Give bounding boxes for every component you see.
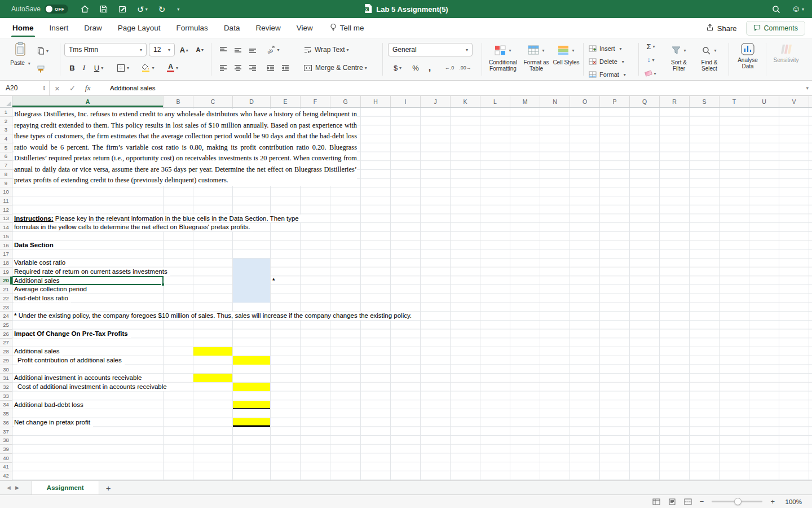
row-header-4[interactable]: 4 <box>0 134 12 143</box>
zoom-in-button[interactable]: + <box>770 497 775 506</box>
formula-cell-yellow-D32[interactable] <box>233 383 270 391</box>
formula-cell-yellow-C28[interactable] <box>193 347 232 356</box>
ribbon-tab-draw[interactable]: Draw <box>76 18 110 38</box>
formula-input[interactable]: Additional sales <box>110 85 156 91</box>
redo-icon[interactable]: ↻ <box>158 5 166 14</box>
zoom-slider[interactable] <box>712 501 762 502</box>
row-header-31[interactable]: 31 <box>0 374 12 383</box>
column-header-P[interactable]: P <box>600 96 630 107</box>
row-header-38[interactable]: 38 <box>0 436 12 445</box>
row-header-7[interactable]: 7 <box>0 161 12 170</box>
delete-cells-button[interactable]: × Delete▾ <box>589 56 624 67</box>
row-header-21[interactable]: 21 <box>0 285 12 294</box>
formula-bar-expand-icon[interactable]: ▾ <box>806 85 809 91</box>
format-cells-button[interactable]: Format▾ <box>589 69 626 80</box>
row-header-10[interactable]: 10 <box>0 187 12 196</box>
sensitivity-button[interactable]: Sensitivity <box>769 43 803 63</box>
cell-A13[interactable]: Instructions: Please key in the relevant… <box>14 214 302 223</box>
page-layout-view-icon[interactable] <box>668 498 676 505</box>
zoom-out-button[interactable]: − <box>700 497 704 506</box>
row-header-15[interactable]: 15 <box>0 232 12 241</box>
ribbon-tab-insert[interactable]: Insert <box>42 18 77 38</box>
cell-A36[interactable]: Net change in pretax profit <box>14 418 93 427</box>
tell-me-control[interactable]: Tell me <box>330 23 364 33</box>
merge-centre-button[interactable]: Merge & Centre▾ <box>303 61 367 75</box>
row-header-13[interactable]: 13 <box>0 214 12 224</box>
save-icon[interactable] <box>100 5 108 13</box>
ribbon-tab-view[interactable]: View <box>289 18 321 38</box>
column-header-N[interactable]: N <box>540 96 570 107</box>
shrink-font-button[interactable]: A▼ <box>193 43 208 56</box>
paste-button[interactable]: Paste ▾ <box>7 42 34 67</box>
home-icon[interactable] <box>81 5 89 13</box>
customize-toolbar-chevron-icon[interactable]: ▾ <box>176 7 179 12</box>
analyse-data-button[interactable]: Analyse Data <box>732 43 764 69</box>
column-header-Q[interactable]: Q <box>630 96 660 107</box>
align-top-icon[interactable] <box>217 43 230 56</box>
row-header-11[interactable]: 11 <box>0 196 12 205</box>
select-all-corner[interactable] <box>0 96 12 108</box>
undo-icon[interactable]: ↺▾ <box>137 5 148 14</box>
column-header-O[interactable]: O <box>570 96 600 107</box>
cell-A29[interactable]: Profit contribution of additional sales <box>17 356 125 365</box>
row-header-32[interactable]: 32 <box>0 383 12 392</box>
formula-cell-yellow-C31[interactable] <box>193 374 232 382</box>
align-left-icon[interactable] <box>217 61 230 75</box>
next-sheet-icon[interactable]: ▶ <box>15 485 19 491</box>
row-header-3[interactable]: 3 <box>0 125 12 134</box>
italic-button[interactable]: I <box>79 61 89 75</box>
row-header-37[interactable]: 37 <box>0 427 12 436</box>
column-header-A[interactable]: A <box>12 96 164 107</box>
row-header-5[interactable]: 5 <box>0 143 12 152</box>
ribbon-tab-home[interactable]: Home <box>5 18 42 38</box>
bold-button[interactable]: B <box>67 61 78 75</box>
autosum-button[interactable]: Σ▾ <box>642 41 660 52</box>
row-header-22[interactable]: 22 <box>0 294 12 303</box>
column-header-H[interactable]: H <box>361 96 391 107</box>
column-header-E[interactable]: E <box>271 96 301 107</box>
ribbon-tab-page-layout[interactable]: Page Layout <box>110 18 169 38</box>
column-header-U[interactable]: U <box>749 96 779 107</box>
grow-font-button[interactable]: A▲ <box>177 43 192 56</box>
borders-button[interactable]: ▾ <box>114 61 132 75</box>
insert-cells-button[interactable]: + Insert▾ <box>589 43 622 54</box>
increase-decimal-icon[interactable]: ←.0 <box>442 61 457 75</box>
row-header-33[interactable]: 33 <box>0 392 12 401</box>
clear-button[interactable]: ▾ <box>642 68 660 79</box>
column-header-L[interactable]: L <box>480 96 510 107</box>
row-header-26[interactable]: 26 <box>0 330 12 339</box>
ribbon-tab-data[interactable]: Data <box>216 18 248 38</box>
row-header-28[interactable]: 28 <box>0 347 12 356</box>
decrease-decimal-icon[interactable]: .00→ <box>458 61 473 75</box>
column-header-R[interactable]: R <box>660 96 690 107</box>
zoom-slider-thumb[interactable] <box>734 498 742 505</box>
selected-cell-A20[interactable] <box>12 276 164 286</box>
row-header-18[interactable]: 18 <box>0 259 12 268</box>
name-box-stepper[interactable]: ▲▼ <box>43 85 46 91</box>
cell-A24[interactable]: * Under the existing policy, the company… <box>14 312 414 320</box>
row-header-25[interactable]: 25 <box>0 321 12 330</box>
format-as-table-button[interactable]: ▾ Format as Table <box>521 43 551 72</box>
cell-A19[interactable]: Required rate of return on current asset… <box>14 268 170 276</box>
conditional-formatting-button[interactable]: ▾ Conditional Formatting <box>486 43 520 72</box>
row-header-34[interactable]: 34 <box>0 401 12 410</box>
ribbon-tab-formulas[interactable]: Formulas <box>169 18 216 38</box>
wrap-text-button[interactable]: Wrap Text▾ <box>303 43 349 56</box>
decrease-indent-icon[interactable] <box>264 61 277 75</box>
column-header-T[interactable]: T <box>720 96 749 107</box>
font-name-select[interactable]: Tms Rmn▾ <box>64 43 147 56</box>
row-header-35[interactable]: 35 <box>0 409 12 418</box>
row-header-12[interactable]: 12 <box>0 205 12 214</box>
column-header-F[interactable]: F <box>301 96 330 107</box>
column-header-K[interactable]: K <box>451 96 480 107</box>
row-header-29[interactable]: 29 <box>0 356 12 365</box>
spreadsheet-grid[interactable]: Bluegrass Distilleries, Inc. refuses to … <box>12 108 812 480</box>
row-header-30[interactable]: 30 <box>0 365 12 374</box>
column-header-G[interactable]: G <box>330 96 361 107</box>
cell-A32[interactable]: Cost of additional investment in account… <box>17 383 170 391</box>
row-header-2[interactable]: 2 <box>0 117 12 126</box>
column-header-I[interactable]: I <box>391 96 421 107</box>
align-bottom-icon[interactable] <box>246 43 259 56</box>
copy-button[interactable]: ▾ <box>37 44 48 58</box>
sheet-tab-assignment[interactable]: Assignment <box>32 481 99 495</box>
